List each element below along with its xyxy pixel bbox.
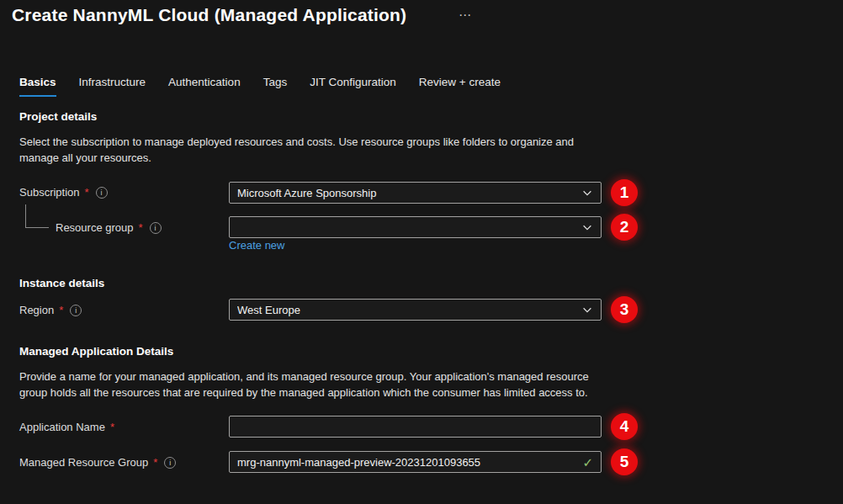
info-icon[interactable]: i: [164, 457, 176, 469]
info-icon[interactable]: i: [70, 305, 82, 316]
info-icon[interactable]: i: [150, 222, 162, 234]
create-new-link[interactable]: Create new: [229, 239, 284, 252]
info-icon[interactable]: i: [96, 187, 108, 199]
tab-basics[interactable]: Basics: [19, 76, 56, 97]
chevron-down-icon: [581, 221, 593, 233]
tab-bar: Basics Infrastructure Authentication Tag…: [19, 76, 501, 97]
required-asterisk: *: [110, 421, 114, 433]
required-asterisk: *: [59, 304, 63, 316]
tab-tags[interactable]: Tags: [263, 76, 288, 97]
required-asterisk: *: [85, 186, 89, 199]
tab-jit-configuration[interactable]: JIT Configuration: [310, 76, 396, 97]
subscription-value: Microsoft Azure Sponsorship: [237, 187, 581, 199]
project-details-heading: Project details: [19, 110, 97, 123]
managed-resource-group-input[interactable]: [237, 452, 582, 472]
instance-details-heading: Instance details: [19, 277, 104, 289]
required-asterisk: *: [139, 221, 143, 234]
required-asterisk: *: [153, 456, 157, 469]
region-label: Region*i: [19, 304, 82, 316]
application-name-field-wrapper: [229, 416, 602, 438]
page-title: Create NannyML Cloud (Managed Applicatio…: [12, 5, 406, 25]
managed-application-details-description: Provide a name for your managed applicat…: [19, 369, 595, 401]
application-name-input[interactable]: [237, 416, 593, 437]
more-options-icon[interactable]: ⋯: [459, 8, 472, 23]
tree-connector-line: [25, 204, 49, 228]
create-managed-application-page: Create NannyML Cloud (Managed Applicatio…: [0, 0, 843, 504]
managed-resource-group-label: Managed Resource Group*i: [19, 456, 176, 469]
annotation-badge-5: 5: [611, 448, 638, 475]
annotation-badge-4: 4: [611, 413, 638, 440]
project-details-description: Select the subscription to manage deploy…: [19, 134, 581, 166]
region-dropdown[interactable]: West Europe: [229, 299, 602, 321]
resource-group-dropdown[interactable]: [229, 216, 602, 238]
tab-review-create[interactable]: Review + create: [419, 76, 501, 97]
annotation-badge-3: 3: [611, 296, 638, 323]
managed-resource-group-field-wrapper: ✓: [229, 451, 602, 473]
chevron-down-icon: [581, 304, 593, 316]
application-name-label: Application Name*: [19, 421, 114, 433]
tab-authentication[interactable]: Authentication: [168, 76, 241, 97]
annotation-badge-1: 1: [611, 179, 638, 206]
subscription-dropdown[interactable]: Microsoft Azure Sponsorship: [229, 182, 602, 204]
chevron-down-icon: [581, 187, 593, 199]
tab-infrastructure[interactable]: Infrastructure: [79, 76, 146, 97]
subscription-label: Subscription*i: [19, 186, 108, 199]
valid-check-icon: ✓: [582, 456, 593, 469]
managed-application-details-heading: Managed Application Details: [19, 345, 173, 358]
annotation-badge-2: 2: [611, 214, 638, 241]
region-value: West Europe: [237, 304, 581, 316]
resource-group-label: Resource group*i: [56, 221, 162, 234]
